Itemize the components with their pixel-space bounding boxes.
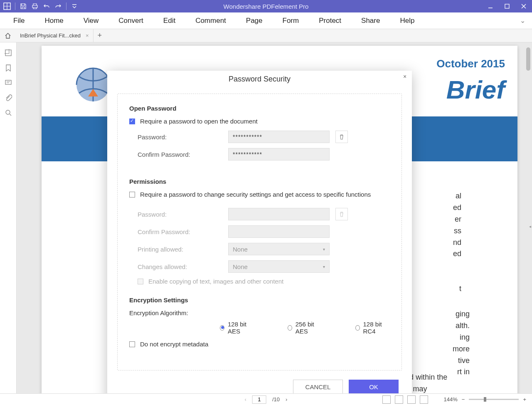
undo-icon[interactable]	[43, 2, 50, 10]
menu-file[interactable]: File	[3, 17, 34, 25]
clear-perm-password-button	[335, 208, 348, 220]
require-open-password-checkbox[interactable]	[129, 119, 135, 124]
menu-page[interactable]: Page	[236, 17, 273, 25]
menu-edit[interactable]: Edit	[153, 17, 185, 25]
menu-form[interactable]: Form	[273, 17, 309, 25]
app-logo-icon	[3, 2, 11, 10]
require-perm-password-checkbox[interactable]	[129, 192, 135, 198]
zoom-controls: 144% − +	[444, 396, 526, 403]
view-mode-buttons	[382, 395, 428, 404]
cancel-button[interactable]: CANCEL	[293, 380, 343, 394]
print-icon[interactable]	[31, 2, 39, 10]
tab-strip: InBrief Physical Fit...cked × +	[0, 29, 532, 42]
page-total: /10	[272, 396, 280, 403]
changes-allowed-select: None▾	[228, 260, 330, 273]
menu-expand-icon[interactable]: ⌄	[520, 17, 525, 25]
close-button[interactable]	[515, 0, 532, 12]
enable-copying-label: Enable copying of text, images and other…	[148, 278, 283, 285]
enable-copying-checkbox	[138, 279, 143, 284]
open-confirm-label: Confirm Password:	[138, 151, 228, 158]
printing-allowed-label: Printing allowed:	[138, 246, 228, 253]
document-tab[interactable]: InBrief Physical Fit...cked ×	[16, 29, 94, 42]
workspace: ▸ October 2015 Brief Sa Em Sc Ac Vic Chi…	[0, 42, 532, 393]
tab-label: InBrief Physical Fit...cked	[20, 32, 81, 39]
title-bar: Wondershare PDFelement Pro	[0, 0, 532, 12]
view-single-icon[interactable]	[382, 395, 391, 404]
status-bar: ‹ /10 › 144% − +	[0, 393, 532, 405]
require-perm-password-label: Require a password to change security se…	[140, 191, 371, 198]
view-grid-icon[interactable]	[420, 395, 428, 404]
qat-dropdown-icon[interactable]	[71, 2, 78, 10]
save-icon[interactable]	[20, 2, 27, 10]
open-password-input[interactable]	[228, 131, 330, 143]
chevron-down-icon: ▾	[323, 264, 325, 269]
menu-view[interactable]: View	[74, 17, 109, 25]
new-tab-button[interactable]: +	[94, 31, 106, 40]
require-open-password-label: Require a password to open the document	[140, 118, 258, 125]
section-encryption: Encryption Settings	[129, 296, 390, 304]
zoom-out-button[interactable]: −	[462, 396, 465, 403]
svg-rect-1	[505, 4, 509, 8]
menu-comment[interactable]: Comment	[185, 17, 236, 25]
perm-confirm-input	[228, 225, 330, 238]
zoom-slider[interactable]	[469, 399, 519, 400]
menu-protect[interactable]: Protect	[309, 17, 351, 25]
dialog-close-icon[interactable]: ×	[401, 73, 409, 81]
changes-allowed-label: Changes allowed:	[138, 263, 228, 270]
open-password-label: Password:	[138, 133, 228, 141]
zoom-level: 144%	[444, 396, 458, 403]
view-facing-icon[interactable]	[407, 395, 416, 404]
next-page-button[interactable]: ›	[286, 396, 287, 403]
radio-128-aes[interactable]	[220, 325, 224, 331]
minimize-button[interactable]	[482, 0, 499, 12]
chevron-down-icon: ▾	[323, 247, 325, 252]
page-navigator: ‹ /10 ›	[245, 395, 288, 404]
menu-bar: File Home View Convert Edit Comment Page…	[0, 12, 532, 29]
ok-button[interactable]: OK	[349, 380, 399, 394]
clear-open-password-button[interactable]	[335, 131, 348, 143]
perm-password-input	[228, 208, 330, 220]
radio-256-aes[interactable]	[288, 325, 292, 331]
menu-home[interactable]: Home	[34, 17, 73, 25]
section-permissions: Permissions	[129, 178, 390, 185]
no-encrypt-metadata-checkbox[interactable]	[129, 341, 135, 347]
menu-convert[interactable]: Convert	[108, 17, 153, 25]
menu-help[interactable]: Help	[390, 17, 424, 25]
view-continuous-icon[interactable]	[395, 395, 403, 404]
zoom-in-button[interactable]: +	[523, 396, 526, 403]
radio-128-rc4[interactable]	[355, 325, 360, 331]
password-security-dialog: Password Security × Open Password Requir…	[107, 71, 412, 405]
perm-confirm-label: Confirm Password:	[138, 228, 228, 235]
perm-password-label: Password:	[138, 211, 228, 218]
open-confirm-input[interactable]	[228, 148, 330, 161]
maximize-button[interactable]	[499, 0, 515, 12]
page-number-input[interactable]	[252, 395, 266, 404]
no-encrypt-metadata-label: Do not encrypt metadata	[140, 341, 208, 348]
dialog-layer: Password Security × Open Password Requir…	[0, 42, 532, 393]
dialog-title: Password Security	[107, 71, 412, 86]
home-tab-icon[interactable]	[0, 32, 16, 39]
prev-page-button[interactable]: ‹	[245, 396, 246, 403]
section-open-password: Open Password	[129, 105, 390, 112]
printing-allowed-select: None▾	[228, 243, 330, 255]
encryption-algorithm-label: Encryption Algorithm:	[129, 309, 188, 316]
zoom-slider-knob[interactable]	[484, 397, 486, 402]
tab-close-icon[interactable]: ×	[86, 32, 89, 39]
app-title: Wondershare PDFelement Pro	[224, 3, 309, 10]
redo-icon[interactable]	[54, 2, 62, 10]
menu-share[interactable]: Share	[351, 17, 390, 25]
